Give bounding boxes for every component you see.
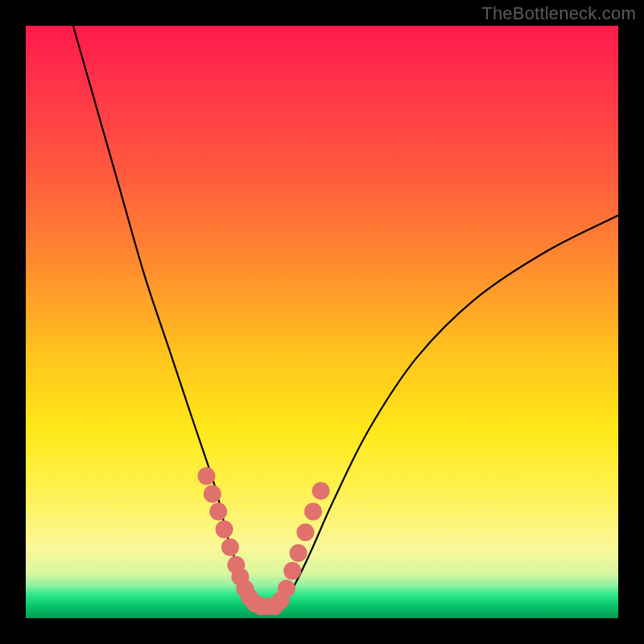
chart-frame: TheBottleneck.com <box>0 0 644 644</box>
curve-marker <box>283 562 301 580</box>
curve-marker <box>204 485 221 502</box>
curve-marker <box>304 503 322 521</box>
curve-marker <box>278 580 295 597</box>
curve-marker <box>296 523 314 541</box>
curve-marker <box>216 521 233 539</box>
curve-marker <box>312 482 330 500</box>
marker-group <box>197 467 329 615</box>
bottleneck-curve <box>73 26 618 607</box>
curve-layer <box>26 26 618 618</box>
curve-marker <box>290 544 308 562</box>
curve-marker <box>221 539 239 556</box>
curve-marker <box>209 503 227 521</box>
watermark-text: TheBottleneck.com <box>481 3 636 24</box>
plot-area <box>26 26 618 618</box>
curve-marker <box>197 467 215 485</box>
